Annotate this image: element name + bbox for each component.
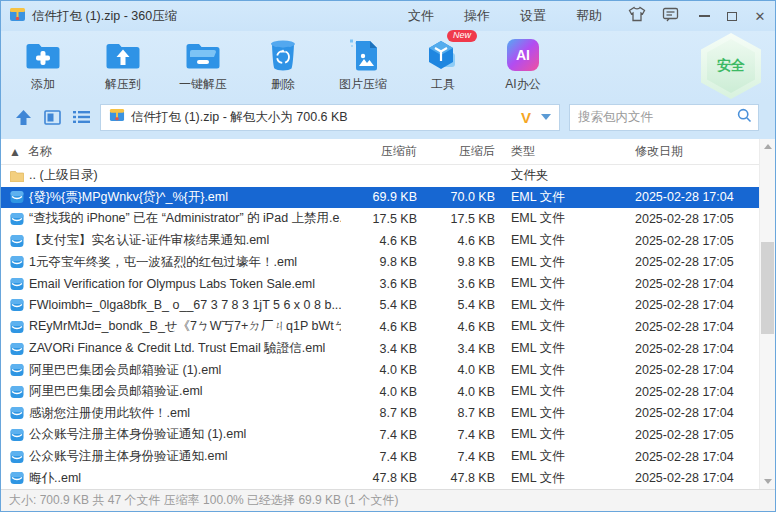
table-row[interactable]: 公众账号注册主体身份验证通知.eml 7.4 KB 7.4 KB EML 文件 … <box>1 446 759 468</box>
scrollbar[interactable] <box>759 139 775 489</box>
size-after: 47.8 KB <box>417 471 495 485</box>
one-click-extract-button[interactable]: 一键解压 <box>177 37 229 93</box>
file-list: .. (上级目录) 文件夹 {發}%{票}MPgWnkv{贷}^_%{开}.em… <box>1 165 775 489</box>
file-name: 公众账号注册主体身份验证通知 (1).eml <box>29 426 246 443</box>
file-type: EML 文件 <box>495 448 623 465</box>
archive-path-combobox[interactable]: 信件打包 (1).zip - 解包大小为 700.6 KB V <box>100 104 560 131</box>
file-name: REyMrMtJd=_bondk_B_せ《7ㄅW丂7+ㄉ厂ㄐq1P bWtㄅ..… <box>29 318 341 335</box>
ai-office-label: AI办公 <box>505 76 540 93</box>
column-name-label: 名称 <box>28 143 52 160</box>
menu-actions[interactable]: 操作 <box>464 7 490 25</box>
close-button[interactable]: ✕ <box>753 9 767 23</box>
file-type: EML 文件 <box>495 470 623 487</box>
file-date: 2025-02-28 17:04 <box>623 298 759 312</box>
file-name: {發}%{票}MPgWnkv{贷}^_%{开}.eml <box>29 189 228 206</box>
table-row[interactable]: 阿里巴巴集团会员邮箱验证.eml 4.0 KB 4.0 KB EML 文件 20… <box>1 381 759 403</box>
folder-icon <box>9 168 24 183</box>
size-before: 4.6 KB <box>341 234 417 248</box>
one-click-extract-label: 一键解压 <box>179 76 227 93</box>
column-header-name[interactable]: ▲ 名称 <box>1 143 341 160</box>
table-row[interactable]: 感谢您注册使用此软件！.eml 8.7 KB 8.7 KB EML 文件 202… <box>1 403 759 425</box>
table-row[interactable]: 阿里巴巴集团会员邮箱验证 (1).eml 4.0 KB 4.0 KB EML 文… <box>1 359 759 381</box>
file-date: 2025-02-28 17:04 <box>623 471 759 485</box>
eml-file-icon <box>9 190 24 205</box>
column-header-type[interactable]: 类型 <box>495 143 623 160</box>
table-row[interactable]: REyMrMtJd=_bondk_B_せ《7ㄅW丂7+ㄉ厂ㄐq1P bWtㄅ..… <box>1 316 759 338</box>
image-compress-button[interactable]: 图片压缩 <box>337 37 389 93</box>
column-header-before[interactable]: 压缩前 <box>341 143 417 160</box>
file-type: EML 文件 <box>495 318 623 335</box>
combobox-dropdown-icon[interactable] <box>541 114 551 120</box>
menu-settings[interactable]: 设置 <box>520 7 546 25</box>
preview-pane-icon[interactable] <box>42 107 62 127</box>
eml-file-icon <box>9 363 24 378</box>
file-date: 2025-02-28 17:05 <box>623 234 759 248</box>
table-row[interactable]: 晦仆..eml 47.8 KB 47.8 KB EML 文件 2025-02-2… <box>1 467 759 489</box>
scrollbar-thumb[interactable] <box>761 242 774 334</box>
ai-icon: AI <box>505 37 541 73</box>
file-name: 感谢您注册使用此软件！.eml <box>29 405 190 422</box>
file-type: EML 文件 <box>495 275 623 292</box>
file-date: 2025-02-28 17:04 <box>623 342 759 356</box>
column-header-after[interactable]: 压缩后 <box>417 143 495 160</box>
scrollbar-track[interactable] <box>760 154 775 474</box>
file-date: 2025-02-28 17:05 <box>623 255 759 269</box>
file-list-area: ▲ 名称 压缩前 压缩后 类型 修改日期 .. (上级目录) 文件夹 {發 <box>1 139 775 489</box>
scroll-up-button[interactable] <box>760 139 775 154</box>
table-row[interactable]: “查找我的 iPhone” 已在 “Administrator” 的 iPad … <box>1 208 759 230</box>
toolbar: 添加 解压到 一键解压 删除 图片压缩 <box>1 31 775 101</box>
file-date: 2025-02-28 17:04 <box>623 406 759 420</box>
trash-recycle-icon <box>265 37 301 73</box>
size-before: 9.8 KB <box>341 255 417 269</box>
list-view-icon[interactable] <box>71 107 91 127</box>
search-icon[interactable] <box>737 108 752 127</box>
search-input[interactable] <box>570 110 737 124</box>
table-row[interactable]: FWloimbh=_0lga8bfk_B_ o__67 3 7 8 3 1jT … <box>1 295 759 317</box>
table-row[interactable]: .. (上级目录) 文件夹 <box>1 165 759 187</box>
tools-button[interactable]: New 工具 <box>417 37 469 93</box>
eml-file-icon <box>9 319 24 334</box>
add-button[interactable]: 添加 <box>17 37 69 93</box>
table-row[interactable]: ZAVORi Finance & Credit Ltd. Trust Email… <box>1 338 759 360</box>
file-type: EML 文件 <box>495 254 623 271</box>
file-date: 2025-02-28 17:04 <box>623 450 759 464</box>
ai-office-button[interactable]: AI AI办公 <box>497 37 549 93</box>
search-box[interactable] <box>569 104 759 131</box>
column-header-date[interactable]: 修改日期 <box>623 143 759 160</box>
scroll-down-button[interactable] <box>760 474 775 489</box>
titlebar[interactable]: 信件打包 (1).zip - 360压缩 文件 操作 设置 帮助 ✕ <box>1 1 775 31</box>
size-after: 4.0 KB <box>417 363 495 377</box>
extract-to-button[interactable]: 解压到 <box>97 37 149 93</box>
delete-button[interactable]: 删除 <box>257 37 309 93</box>
table-row[interactable]: 公众账号注册主体身份验证通知 (1).eml 7.4 KB 7.4 KB EML… <box>1 424 759 446</box>
table-row[interactable]: {發}%{票}MPgWnkv{贷}^_%{开}.eml 69.9 KB 70.0… <box>1 187 759 209</box>
vip-icon[interactable]: V <box>521 109 531 126</box>
size-after: 7.4 KB <box>417 450 495 464</box>
size-after: 9.8 KB <box>417 255 495 269</box>
feedback-icon[interactable] <box>662 7 679 26</box>
file-name: “查找我的 iPhone” 已在 “Administrator” 的 iPad … <box>29 210 341 227</box>
skin-icon[interactable] <box>628 6 646 26</box>
image-compress-label: 图片压缩 <box>339 76 387 93</box>
security-badge[interactable]: 安全 <box>701 33 761 99</box>
menu-file[interactable]: 文件 <box>408 7 434 25</box>
folder-open-icon <box>185 37 221 73</box>
minimize-button[interactable] <box>697 9 711 23</box>
size-after: 4.6 KB <box>417 320 495 334</box>
file-name: 晦仆..eml <box>29 470 81 487</box>
table-row[interactable]: 1元夺宝年终奖，屯一波猛烈的红包过壕年！.eml 9.8 KB 9.8 KB E… <box>1 251 759 273</box>
eml-file-icon <box>9 471 24 486</box>
maximize-button[interactable] <box>725 9 739 23</box>
menu-help[interactable]: 帮助 <box>576 7 602 25</box>
file-date: 2025-02-28 17:04 <box>623 363 759 377</box>
scroll-down-icon <box>764 479 772 484</box>
size-before: 3.6 KB <box>341 277 417 291</box>
table-row[interactable]: 【支付宝】实名认证-证件审核结果通知.eml 4.6 KB 4.6 KB EML… <box>1 230 759 252</box>
window-title: 信件打包 (1).zip - 360压缩 <box>32 8 177 25</box>
up-directory-icon[interactable] <box>13 107 33 127</box>
table-row[interactable]: Email Verification for Olympus Labs Toke… <box>1 273 759 295</box>
eml-file-icon <box>9 384 24 399</box>
file-name: .. (上级目录) <box>29 167 98 184</box>
app-zip-icon <box>9 6 26 27</box>
file-type: EML 文件 <box>495 297 623 314</box>
